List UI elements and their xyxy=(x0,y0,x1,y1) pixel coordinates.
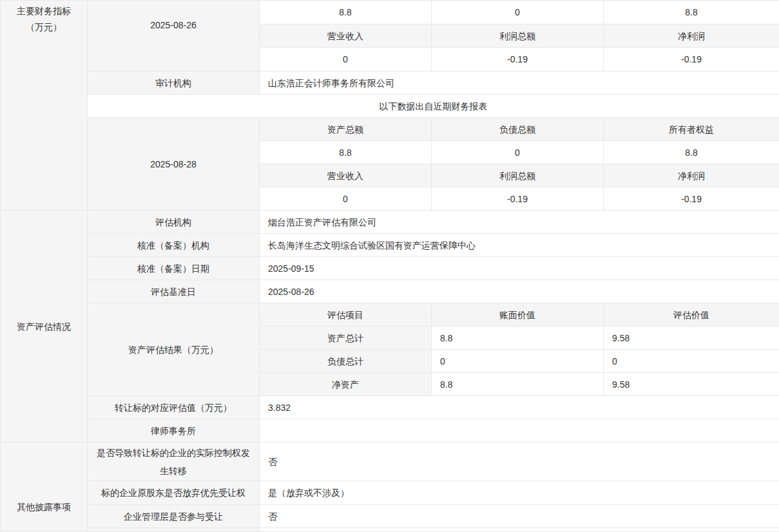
eval-result-book-value: 0 xyxy=(432,350,604,373)
metric-value-cell: -0.19 xyxy=(432,187,604,211)
category-financial-indicators: 主要财务指标 （万元） xyxy=(1,1,88,211)
transfer-eval-label: 转让标的对应评估值（万元） xyxy=(88,396,260,419)
metric-value-cell: 0 xyxy=(432,1,604,24)
eval-row-value: 烟台浩正资产评估有限公司 xyxy=(260,211,779,234)
law-firm-label: 律师事务所 xyxy=(88,419,260,442)
eval-result-header: 评估项目 xyxy=(260,303,432,327)
law-firm-value xyxy=(260,419,779,442)
metric-value-cell: 8.8 xyxy=(604,141,779,164)
audit-org-label: 审计机构 xyxy=(88,71,260,95)
metric-value-cell: 0 xyxy=(432,141,604,164)
eval-row-value: 2025-09-15 xyxy=(260,257,779,280)
metric-value-cell: 8.8 xyxy=(260,1,432,24)
category-financial-line1: 主要财务指标 xyxy=(1,3,87,19)
eval-result-assessed-value: 0 xyxy=(604,350,779,373)
eval-result-label: 资产评估结果（万元） xyxy=(88,303,260,396)
eval-result-book-value: 8.8 xyxy=(432,373,604,396)
audit-org-value: 山东浩正会计师事务所有限公司 xyxy=(260,71,779,95)
partial-row-label-cell xyxy=(88,528,260,532)
disclosure-table: 主要财务指标 （万元） 2025-08-26 8.8 0 8.8 营业收入 利润… xyxy=(0,0,779,532)
category-financial-line2: （万元） xyxy=(1,19,87,35)
category-asset-evaluation: 资产评估情况 xyxy=(1,211,88,442)
transfer-eval-value: 3.832 xyxy=(260,396,779,419)
metric-header-cell: 营业收入 xyxy=(260,164,432,187)
metric-header-cell: 净利润 xyxy=(604,164,779,187)
eval-result-assessed-value: 9.58 xyxy=(604,327,779,350)
eval-result-header: 账面价值 xyxy=(432,303,604,327)
metric-header-cell: 利润总额 xyxy=(432,24,604,48)
eval-row-value: 2025-08-26 xyxy=(260,280,779,303)
disclosure-page: 主要财务指标 （万元） 2025-08-26 8.8 0 8.8 营业收入 利润… xyxy=(0,0,779,532)
other-row-label: 企业管理层是否参与受让 xyxy=(88,505,260,528)
eval-row-label: 评估机构 xyxy=(88,211,260,234)
other-row-value: 否 xyxy=(260,442,779,481)
metric-value-cell: 0 xyxy=(260,48,432,71)
eval-result-item: 负债总计 xyxy=(260,350,432,373)
eval-row-label: 评估基准日 xyxy=(88,280,260,303)
recent-report-note: 以下数据出自近期财务报表 xyxy=(88,95,779,118)
audit-date-cell: 2025-08-26 xyxy=(88,1,260,71)
metric-value-cell: 8.8 xyxy=(604,1,779,24)
metric-value-cell: -0.19 xyxy=(604,187,779,211)
metric-value-cell: -0.19 xyxy=(604,48,779,71)
metric-header-cell: 净利润 xyxy=(604,24,779,48)
eval-result-item: 净资产 xyxy=(260,373,432,396)
eval-result-book-value: 8.8 xyxy=(432,327,604,350)
other-row-value: 否 xyxy=(260,505,779,528)
metric-header-cell: 利润总额 xyxy=(432,164,604,187)
metric-value-cell: 8.8 xyxy=(260,141,432,164)
metric-header-cell: 资产总额 xyxy=(260,118,432,141)
metric-header-cell: 所有者权益 xyxy=(604,118,779,141)
category-other-disclosures: 其他披露事项 xyxy=(1,442,88,532)
other-row-label: 标的企业原股东是否放弃优先受让权 xyxy=(88,481,260,505)
partial-row-value-cell xyxy=(260,528,779,532)
eval-result-assessed-value: 9.58 xyxy=(604,373,779,396)
eval-row-label: 核准（备案）机构 xyxy=(88,234,260,257)
eval-row-value: 长岛海洋生态文明综合试验区国有资产运营保障中心 xyxy=(260,234,779,257)
metric-value-cell: -0.19 xyxy=(432,48,604,71)
other-row-value: 是（放弃或不涉及） xyxy=(260,481,779,505)
eval-result-item: 资产总计 xyxy=(260,327,432,350)
eval-result-header: 评估价值 xyxy=(604,303,779,327)
metric-header-cell: 营业收入 xyxy=(260,24,432,48)
eval-row-label: 核准（备案）日期 xyxy=(88,257,260,280)
report-date-cell: 2025-08-28 xyxy=(88,118,260,211)
metric-value-cell: 0 xyxy=(260,187,432,211)
audit-date: 2025-08-26 xyxy=(150,20,197,30)
metric-header-cell: 负债总额 xyxy=(432,118,604,141)
other-row-label: 是否导致转让标的企业的实际控制权发生转移 xyxy=(88,442,260,481)
